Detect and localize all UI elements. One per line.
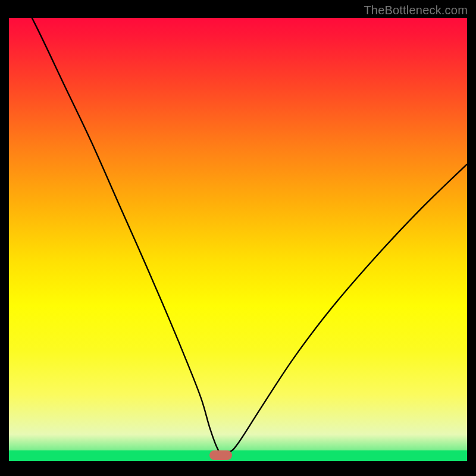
bottleneck-curve: [9, 18, 467, 461]
plot-area: [9, 18, 467, 461]
watermark-text: TheBottleneck.com: [364, 4, 468, 17]
optimal-marker: [209, 450, 232, 460]
chart-stage: TheBottleneck.com: [0, 0, 476, 476]
